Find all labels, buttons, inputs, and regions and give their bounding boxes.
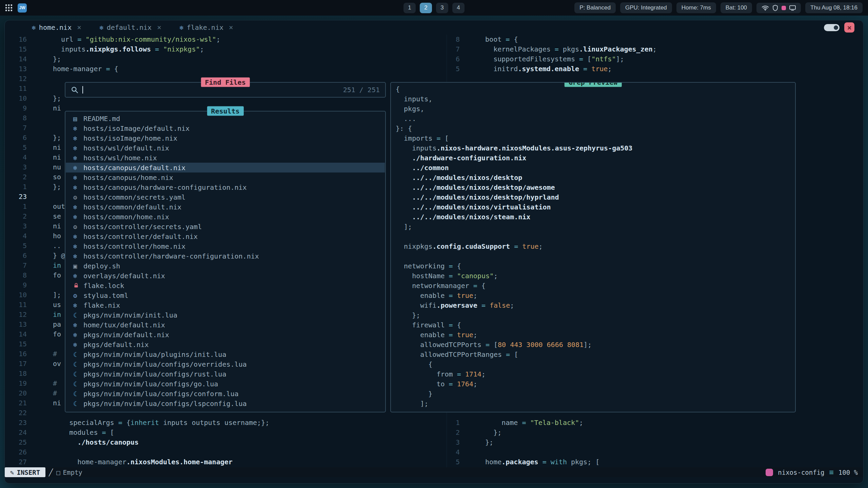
- tab-close-icon[interactable]: ×: [229, 23, 233, 32]
- editor-line: 26: [5, 447, 447, 457]
- editor-line: 8 boot = {: [447, 35, 863, 44]
- line-number: 18: [5, 369, 32, 379]
- line-number: 21: [5, 398, 32, 408]
- md-file-icon: ▤: [73, 115, 83, 122]
- result-item[interactable]: ⚙stylua.toml: [66, 290, 385, 300]
- result-item[interactable]: ❄hosts/canopus/home.nix: [66, 172, 385, 182]
- workspace-2[interactable]: 2: [420, 3, 432, 13]
- result-path: overlays/default.nix: [83, 272, 165, 280]
- yaml-file-icon: ⚙: [73, 194, 83, 201]
- line-number: 5: [447, 64, 460, 74]
- result-item[interactable]: flake.lock: [66, 281, 385, 290]
- result-path: hosts/controller/hardware-configuration.…: [83, 252, 259, 260]
- result-item[interactable]: ☾pkgs/nvim/nvim/lua/configs/overrides.lu…: [66, 359, 385, 369]
- result-item[interactable]: ▤README.md: [66, 114, 385, 123]
- result-item[interactable]: ❄hosts/controller/hardware-configuration…: [66, 251, 385, 261]
- lua-file-icon: ☾: [73, 351, 83, 358]
- code-text: };: [53, 94, 61, 103]
- result-item[interactable]: ❄hosts/controller/home.nix: [66, 241, 385, 251]
- result-item[interactable]: ☾pkgs/nvim/nvim/init.lua: [66, 310, 385, 320]
- module-gpu: GPU: Integrated: [620, 2, 672, 13]
- line-number: 8: [5, 270, 32, 280]
- code-text: initrd.systemd.enable = true;: [477, 64, 612, 74]
- result-item[interactable]: ❄hosts/wsl/home.nix: [66, 153, 385, 163]
- result-item[interactable]: ❄pkgs/default.nix: [66, 340, 385, 349]
- result-item[interactable]: ❄overlays/default.nix: [66, 271, 385, 281]
- lua-file-icon: ☾: [73, 311, 83, 319]
- statusline: ✎INSERT ╱ □Empty nixos-config ≡ 100 %: [5, 467, 863, 477]
- result-item[interactable]: ❄hosts/canopus/hardware-configuration.ni…: [66, 182, 385, 192]
- editor-line: 14};: [5, 54, 447, 64]
- result-path: hosts/wsl/home.nix: [83, 154, 157, 162]
- result-item[interactable]: ❄hosts/common/default.nix: [66, 202, 385, 212]
- code-text: supportedFilesystems = ["ntfs"];: [477, 54, 624, 64]
- line-number: 4: [5, 152, 32, 162]
- result-path: hosts/common/home.nix: [83, 213, 169, 221]
- code-text: };: [53, 182, 61, 192]
- preview-line: {: [391, 360, 795, 369]
- editor-line: 5 home.packages = with pkgs; [: [447, 457, 863, 467]
- line-number: 10: [5, 94, 32, 103]
- result-item[interactable]: ❄hosts/common/home.nix: [66, 212, 385, 222]
- lua-file-icon: ☾: [73, 390, 83, 398]
- line-number: 2: [5, 211, 32, 221]
- sh-file-icon: ▣: [73, 262, 83, 270]
- tab-default.nix[interactable]: ❄default.nix×: [92, 20, 169, 35]
- workspace-3[interactable]: 3: [436, 3, 448, 13]
- nix-file-icon: ❄: [73, 174, 83, 181]
- workspace-1[interactable]: 1: [403, 3, 416, 13]
- code-text: in: [53, 261, 61, 270]
- editor-line: 3 };: [447, 438, 863, 447]
- pin-toggle[interactable]: [824, 24, 840, 31]
- result-item[interactable]: ❄hosts/isoImage/default.nix: [66, 123, 385, 133]
- result-path: pkgs/nvim/nvim/lua/configs/conform.lua: [83, 390, 239, 398]
- result-item[interactable]: ▣deploy.sh: [66, 261, 385, 271]
- launcher-logo[interactable]: JW: [18, 3, 27, 13]
- result-item[interactable]: ❄hosts/canopus/default.nix: [66, 163, 385, 172]
- result-item[interactable]: ❄pkgs/nvim/default.nix: [66, 330, 385, 340]
- result-item[interactable]: ❄flake.nix: [66, 300, 385, 310]
- editor-line: 25 ./hosts/canopus: [5, 438, 447, 447]
- result-item[interactable]: ☾pkgs/nvim/nvim/lua/configs/rust.lua: [66, 369, 385, 379]
- preview-line: ../../modules/nixos/desktop: [391, 173, 795, 183]
- result-item[interactable]: ❄hosts/controller/default.nix: [66, 231, 385, 241]
- apps-grid-icon[interactable]: [5, 4, 12, 11]
- result-path: flake.lock: [83, 282, 124, 290]
- result-item[interactable]: ❄hosts/wsl/default.nix: [66, 143, 385, 153]
- window-close-button[interactable]: ×: [844, 22, 854, 33]
- module-p: P: Balanced: [574, 2, 616, 13]
- code-text: so: [53, 172, 61, 182]
- tab-close-icon[interactable]: ×: [157, 23, 161, 32]
- record-icon: [782, 6, 786, 10]
- code-text: };: [53, 54, 61, 64]
- result-path: pkgs/nvim/nvim/lua/plugins/init.lua: [83, 350, 226, 359]
- result-path: deploy.sh: [83, 262, 120, 270]
- code-text: };: [53, 133, 61, 143]
- tab-flake.nix[interactable]: ❄flake.nix×: [172, 20, 241, 35]
- code-text: name = "Tela-black";: [477, 418, 583, 428]
- result-path: hosts/common/secrets.yaml: [83, 193, 185, 201]
- result-path: hosts/controller/default.nix: [83, 232, 198, 241]
- result-item[interactable]: ⚙hosts/controller/secrets.yaml: [66, 222, 385, 231]
- result-item[interactable]: ⚙hosts/common/secrets.yaml: [66, 192, 385, 202]
- find-files-prompt[interactable]: Find Files 251 / 251: [65, 82, 386, 98]
- result-item[interactable]: ☾pkgs/nvim/nvim/lua/configs/conform.lua: [66, 389, 385, 399]
- nix-file-icon: ❄: [73, 233, 83, 240]
- result-item[interactable]: ☾pkgs/nvim/nvim/lua/plugins/init.lua: [66, 349, 385, 359]
- result-item[interactable]: ☾pkgs/nvim/nvim/lua/configs/lspconfig.lu…: [66, 399, 385, 408]
- tab-close-icon[interactable]: ×: [77, 23, 81, 32]
- result-item[interactable]: ☾pkgs/nvim/nvim/lua/configs/go.lua: [66, 379, 385, 389]
- nix-file-icon: ❄: [73, 341, 83, 348]
- code-text: } @: [53, 251, 65, 261]
- result-path: hosts/canopus/hardware-configuration.nix: [83, 183, 247, 191]
- line-number: 5: [5, 143, 32, 152]
- code-text: fo: [53, 270, 61, 280]
- result-item[interactable]: ❄home/tux/default.nix: [66, 320, 385, 330]
- toml-file-icon: ⚙: [73, 292, 83, 299]
- code-text: home-manager = {: [53, 64, 118, 74]
- preview-line: firewall = {: [391, 320, 795, 330]
- tab-home.nix[interactable]: ❄home.nix×: [24, 20, 89, 35]
- workspace-4[interactable]: 4: [452, 3, 465, 13]
- result-path: hosts/controller/home.nix: [83, 242, 185, 250]
- result-item[interactable]: ❄hosts/isoImage/home.nix: [66, 133, 385, 143]
